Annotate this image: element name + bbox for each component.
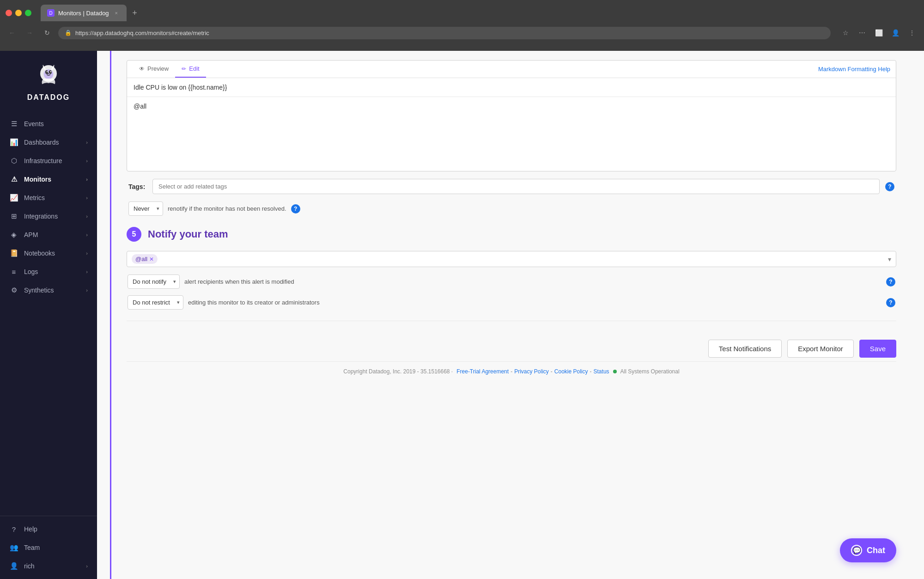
logs-icon: ≡	[9, 267, 18, 276]
sidebar-item-label-monitors: Monitors	[24, 176, 51, 183]
sidebar-item-label-user: rich	[24, 562, 35, 570]
do-not-restrict-row: Do not restrict editing this monitor to …	[127, 295, 896, 310]
browser-actions: ☆ ⋯ ⬜ 👤 ⋮	[839, 26, 918, 39]
renotify-help-icon[interactable]: ?	[291, 204, 300, 213]
synthetics-icon: ⚙	[9, 286, 18, 295]
footer-status-link[interactable]: Status	[594, 368, 609, 375]
sidebar-item-team[interactable]: 👥 Team	[0, 538, 97, 557]
chat-label: Chat	[867, 546, 885, 555]
save-button[interactable]: Save	[859, 340, 896, 358]
tab-bar: D Monitors | Datadog × +	[0, 0, 924, 22]
back-button[interactable]: ←	[6, 26, 18, 39]
tags-input[interactable]	[152, 179, 880, 194]
maximize-window-button[interactable]	[25, 10, 31, 16]
ssl-icon: 🔒	[65, 30, 72, 36]
export-monitor-button[interactable]: Export Monitor	[787, 340, 854, 358]
bookmark-button[interactable]: ☆	[839, 26, 852, 39]
sidebar-item-label-apm: APM	[24, 231, 38, 238]
sidebar-item-notebooks[interactable]: 📔 Notebooks ›	[0, 244, 97, 262]
chevron-icon: ›	[86, 195, 88, 201]
footer-dot1: -	[511, 368, 512, 375]
sidebar-item-synthetics[interactable]: ⚙ Synthetics ›	[0, 281, 97, 299]
tags-help-icon[interactable]: ?	[885, 182, 894, 191]
renotify-select[interactable]: Never	[128, 201, 163, 216]
footer-privacy-link[interactable]: Privacy Policy	[514, 368, 549, 375]
sidebar-item-user[interactable]: 👤 rich ›	[0, 557, 97, 575]
footer-cookie-link[interactable]: Cookie Policy	[554, 368, 588, 375]
at-all-chip-label: @all	[135, 256, 147, 262]
minimize-window-button[interactable]	[15, 10, 22, 16]
sidebar-item-dashboards[interactable]: 📊 Dashboards ›	[0, 133, 97, 152]
tab-edit-label: Edit	[189, 65, 199, 72]
message-editor: 👁 Preview ✏ Edit Markdown Formatting Hel…	[127, 60, 896, 171]
test-notifications-button[interactable]: Test Notifications	[708, 340, 782, 358]
sidebar-item-events[interactable]: ☰ Events	[0, 115, 97, 133]
message-title-input[interactable]	[127, 78, 896, 97]
active-tab[interactable]: D Monitors | Datadog ×	[41, 5, 127, 21]
do-not-restrict-select[interactable]: Do not restrict	[128, 295, 183, 310]
message-body-editor[interactable]: @all	[127, 97, 896, 171]
sidebar-item-label-team: Team	[24, 544, 40, 551]
notify-input-container[interactable]: @all ✕ ▾	[127, 251, 896, 267]
step5-badge: 5	[127, 227, 141, 242]
chevron-icon: ›	[86, 563, 88, 569]
tab-edit[interactable]: ✏ Edit	[175, 61, 206, 78]
tab-preview-label: Preview	[147, 65, 169, 72]
do-not-restrict-text: editing this monitor to its creator or a…	[188, 299, 320, 306]
url-bar[interactable]: 🔒 https://app.datadoghq.com/monitors#cre…	[58, 27, 831, 39]
do-not-restrict-help-icon[interactable]: ?	[886, 298, 895, 307]
sidebar-item-label-events: Events	[24, 120, 44, 128]
markdown-help-link[interactable]: Markdown Formatting Help	[818, 66, 890, 73]
at-all-chip-close[interactable]: ✕	[149, 256, 154, 262]
status-dot-icon	[613, 370, 617, 373]
sidebar-item-logs[interactable]: ≡ Logs ›	[0, 262, 97, 281]
footer-free-trial-link[interactable]: Free-Trial Agreement	[456, 368, 509, 375]
section-divider	[127, 321, 896, 321]
step5-header: 5 Notify your team	[127, 227, 896, 242]
sidebar-item-help[interactable]: ? Help	[0, 520, 97, 538]
tab-favicon: D	[47, 9, 55, 17]
sidebar-item-infrastructure[interactable]: ⬡ Infrastructure ›	[0, 152, 97, 170]
main-scroll[interactable]: 👁 Preview ✏ Edit Markdown Formatting Hel…	[97, 51, 924, 579]
profile-button[interactable]: 👤	[889, 26, 902, 39]
at-all-chip: @all ✕	[132, 254, 158, 264]
infrastructure-icon: ⬡	[9, 156, 18, 165]
help-icon: ?	[9, 524, 18, 534]
renotify-select-wrapper: Never	[128, 201, 163, 216]
sidebar-item-apm[interactable]: ◈ APM ›	[0, 226, 97, 244]
sidebar-item-integrations[interactable]: ⊞ Integrations ›	[0, 207, 97, 226]
do-not-notify-select[interactable]: Do not notify	[128, 274, 180, 289]
notebooks-icon: 📔	[9, 249, 18, 258]
sidebar-item-metrics[interactable]: 📈 Metrics ›	[0, 189, 97, 207]
action-bar: Test Notifications Export Monitor Save	[127, 332, 896, 361]
chevron-icon: ›	[86, 250, 88, 256]
sidebar-item-monitors[interactable]: ⚠ Monitors ›	[0, 170, 97, 189]
browser-chrome: D Monitors | Datadog × + ← → ↻ 🔒 https:/…	[0, 0, 924, 51]
footer-dot2: -	[551, 368, 553, 375]
cast-button[interactable]: ⬜	[872, 26, 885, 39]
do-not-notify-help-icon[interactable]: ?	[886, 277, 895, 286]
tags-label: Tags:	[128, 183, 147, 190]
logo-text: DATADOG	[27, 93, 70, 102]
datadog-logo-icon	[35, 62, 62, 90]
new-tab-button[interactable]: +	[128, 6, 141, 19]
svg-point-4	[50, 71, 51, 73]
extensions-button[interactable]: ⋯	[856, 26, 869, 39]
notify-chevron-icon: ▾	[888, 256, 891, 263]
do-not-restrict-select-wrapper: Do not restrict	[128, 295, 183, 310]
forward-button[interactable]: →	[23, 26, 36, 39]
svg-point-3	[47, 71, 48, 73]
tab-close-button[interactable]: ×	[113, 9, 120, 17]
close-window-button[interactable]	[6, 10, 12, 16]
footer-copyright: Copyright Datadog, Inc. 2019 - 35.151666…	[343, 368, 453, 375]
chat-button[interactable]: 💬 Chat	[840, 538, 896, 562]
chat-bubble-icon: 💬	[851, 545, 862, 556]
team-icon: 👥	[9, 543, 18, 552]
sidebar-item-label-synthetics: Synthetics	[24, 286, 54, 294]
refresh-button[interactable]: ↻	[41, 26, 54, 39]
chevron-icon: ›	[86, 269, 88, 274]
tab-preview[interactable]: 👁 Preview	[133, 61, 175, 78]
dashboards-icon: 📊	[9, 138, 18, 147]
do-not-notify-select-wrapper: Do not notify	[128, 274, 180, 289]
menu-button[interactable]: ⋮	[906, 26, 918, 39]
